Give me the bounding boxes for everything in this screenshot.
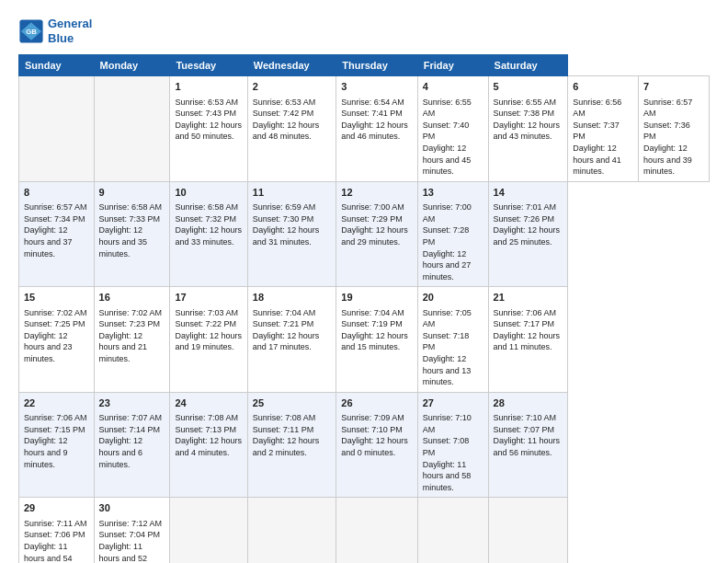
calendar-cell: 15Sunrise: 7:02 AMSunset: 7:25 PMDayligh…: [19, 287, 95, 393]
calendar-cell: 6Sunrise: 6:56 AMSunset: 7:37 PMDaylight…: [568, 76, 639, 182]
col-header-saturday: Saturday: [488, 55, 568, 76]
calendar-cell: 22Sunrise: 7:06 AMSunset: 7:15 PMDayligh…: [19, 392, 95, 498]
calendar-cell: 9Sunrise: 6:58 AMSunset: 7:33 PMDaylight…: [94, 181, 170, 287]
calendar-cell: [247, 498, 336, 563]
calendar-cell: 27Sunrise: 7:10 AMSunset: 7:08 PMDayligh…: [417, 392, 488, 498]
col-header-monday: Monday: [94, 55, 170, 76]
calendar-cell: 8Sunrise: 6:57 AMSunset: 7:34 PMDaylight…: [19, 181, 95, 287]
calendar-cell: 29Sunrise: 7:11 AMSunset: 7:06 PMDayligh…: [19, 498, 95, 563]
calendar-cell: 30Sunrise: 7:12 AMSunset: 7:04 PMDayligh…: [94, 498, 170, 563]
calendar-cell: 10Sunrise: 6:58 AMSunset: 7:32 PMDayligh…: [170, 181, 247, 287]
logo-text: General Blue: [48, 17, 92, 45]
calendar-cell: 25Sunrise: 7:08 AMSunset: 7:11 PMDayligh…: [247, 392, 336, 498]
col-header-tuesday: Tuesday: [170, 55, 247, 76]
week-row-3: 15Sunrise: 7:02 AMSunset: 7:25 PMDayligh…: [19, 287, 710, 393]
logo: GB General Blue: [18, 17, 92, 45]
calendar-cell: 17Sunrise: 7:03 AMSunset: 7:22 PMDayligh…: [170, 287, 247, 393]
calendar-cell: 5Sunrise: 6:55 AMSunset: 7:38 PMDaylight…: [488, 76, 568, 182]
calendar-cell: 28Sunrise: 7:10 AMSunset: 7:07 PMDayligh…: [488, 392, 568, 498]
col-header-thursday: Thursday: [336, 55, 417, 76]
week-row-5: 29Sunrise: 7:11 AMSunset: 7:06 PMDayligh…: [19, 498, 710, 563]
calendar-cell: 11Sunrise: 6:59 AMSunset: 7:30 PMDayligh…: [247, 181, 336, 287]
col-header-wednesday: Wednesday: [247, 55, 336, 76]
calendar-cell: 18Sunrise: 7:04 AMSunset: 7:21 PMDayligh…: [247, 287, 336, 393]
calendar-cell: 20Sunrise: 7:05 AMSunset: 7:18 PMDayligh…: [417, 287, 488, 393]
calendar-cell: [336, 498, 417, 563]
calendar-cell: [170, 498, 247, 563]
week-row-2: 8Sunrise: 6:57 AMSunset: 7:34 PMDaylight…: [19, 181, 710, 287]
calendar-cell: 12Sunrise: 7:00 AMSunset: 7:29 PMDayligh…: [336, 181, 417, 287]
calendar-cell: 13Sunrise: 7:00 AMSunset: 7:28 PMDayligh…: [417, 181, 488, 287]
calendar-cell: 1Sunrise: 6:53 AMSunset: 7:43 PMDaylight…: [170, 76, 247, 182]
calendar-cell: 4Sunrise: 6:55 AMSunset: 7:40 PMDaylight…: [417, 76, 488, 182]
week-row-1: 1Sunrise: 6:53 AMSunset: 7:43 PMDaylight…: [19, 76, 710, 182]
calendar-cell: [94, 76, 170, 182]
calendar-cell: [19, 76, 95, 182]
calendar-cell: 3Sunrise: 6:54 AMSunset: 7:41 PMDaylight…: [336, 76, 417, 182]
logo-icon: GB: [18, 18, 44, 44]
week-row-4: 22Sunrise: 7:06 AMSunset: 7:15 PMDayligh…: [19, 392, 710, 498]
col-header-friday: Friday: [417, 55, 488, 76]
col-header-sunday: Sunday: [19, 55, 95, 76]
calendar-cell: 14Sunrise: 7:01 AMSunset: 7:26 PMDayligh…: [488, 181, 568, 287]
calendar-cell: 21Sunrise: 7:06 AMSunset: 7:17 PMDayligh…: [488, 287, 568, 393]
calendar-cell: 16Sunrise: 7:02 AMSunset: 7:23 PMDayligh…: [94, 287, 170, 393]
calendar-cell: 19Sunrise: 7:04 AMSunset: 7:19 PMDayligh…: [336, 287, 417, 393]
calendar-cell: 24Sunrise: 7:08 AMSunset: 7:13 PMDayligh…: [170, 392, 247, 498]
calendar-cell: 2Sunrise: 6:53 AMSunset: 7:42 PMDaylight…: [247, 76, 336, 182]
calendar-cell: 26Sunrise: 7:09 AMSunset: 7:10 PMDayligh…: [336, 392, 417, 498]
calendar-table: SundayMondayTuesdayWednesdayThursdayFrid…: [18, 54, 710, 563]
calendar-cell: 23Sunrise: 7:07 AMSunset: 7:14 PMDayligh…: [94, 392, 170, 498]
svg-text:GB: GB: [26, 27, 37, 35]
calendar-cell: [417, 498, 488, 563]
calendar-cell: [488, 498, 568, 563]
header-row: SundayMondayTuesdayWednesdayThursdayFrid…: [19, 55, 710, 76]
calendar-cell: 7Sunrise: 6:57 AMSunset: 7:36 PMDaylight…: [639, 76, 710, 182]
